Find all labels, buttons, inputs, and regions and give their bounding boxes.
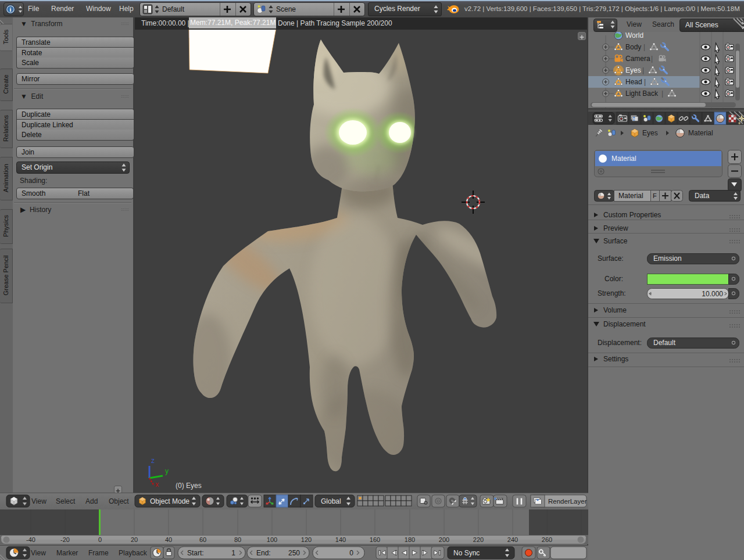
svg-text:Marker: Marker bbox=[56, 549, 78, 557]
svg-text:Grease Pencil: Grease Pencil bbox=[2, 255, 9, 295]
svg-text:100: 100 bbox=[267, 536, 277, 543]
svg-text:Surface:: Surface: bbox=[598, 254, 624, 263]
svg-text:Object Mode: Object Mode bbox=[150, 497, 189, 505]
svg-text:160: 160 bbox=[370, 536, 380, 543]
svg-text:Color:: Color: bbox=[604, 275, 623, 283]
svg-text:Material: Material bbox=[611, 155, 636, 163]
svg-text:Material: Material bbox=[618, 192, 643, 200]
svg-text:|: | bbox=[661, 89, 663, 98]
svg-text:Strength:: Strength: bbox=[598, 289, 626, 297]
svg-text:Animation: Animation bbox=[2, 164, 9, 192]
svg-text:z: z bbox=[151, 457, 155, 465]
svg-text:End:: End: bbox=[256, 549, 271, 557]
svg-text:Camera: Camera bbox=[625, 55, 650, 63]
svg-text:Relations: Relations bbox=[2, 115, 9, 142]
svg-text:Create: Create bbox=[2, 74, 9, 94]
svg-text:|: | bbox=[642, 66, 644, 74]
svg-text:Tools: Tools bbox=[2, 29, 9, 44]
svg-text:200: 200 bbox=[439, 536, 449, 543]
svg-text:Eyes: Eyes bbox=[625, 66, 641, 74]
svg-text:Start:: Start: bbox=[187, 549, 204, 557]
svg-text:Light Back: Light Back bbox=[625, 89, 659, 98]
svg-text:View: View bbox=[31, 549, 46, 557]
svg-text:1: 1 bbox=[231, 549, 235, 557]
svg-text:x: x bbox=[155, 480, 159, 489]
svg-text:240: 240 bbox=[507, 536, 518, 543]
svg-text:Displacement:: Displacement: bbox=[598, 339, 642, 347]
svg-text:Surface: Surface bbox=[603, 237, 628, 245]
svg-text:60: 60 bbox=[199, 536, 206, 543]
svg-text:10.000: 10.000 bbox=[702, 290, 723, 298]
svg-text:180: 180 bbox=[405, 536, 415, 543]
svg-text:Preview: Preview bbox=[603, 224, 628, 232]
svg-text:260: 260 bbox=[542, 536, 552, 543]
svg-text:-40: -40 bbox=[26, 536, 35, 543]
svg-text:Custom Properties: Custom Properties bbox=[603, 211, 661, 219]
svg-text:Settings: Settings bbox=[603, 355, 628, 363]
svg-text:World: World bbox=[625, 32, 643, 40]
svg-text:|: | bbox=[651, 55, 653, 63]
svg-text:Object: Object bbox=[109, 497, 129, 505]
svg-text:40: 40 bbox=[165, 536, 172, 543]
svg-text:Volume: Volume bbox=[603, 306, 627, 314]
svg-text:20: 20 bbox=[131, 536, 138, 543]
svg-text:Body: Body bbox=[625, 43, 641, 51]
svg-text:y: y bbox=[165, 467, 169, 475]
svg-text:F: F bbox=[653, 192, 657, 199]
svg-text:250: 250 bbox=[288, 549, 300, 557]
svg-text:Material: Material bbox=[688, 129, 713, 137]
svg-text:Default: Default bbox=[653, 339, 676, 347]
svg-text:-20: -20 bbox=[60, 536, 70, 543]
svg-text:120: 120 bbox=[301, 536, 312, 543]
svg-text:220: 220 bbox=[473, 536, 484, 543]
svg-text:Frame: Frame bbox=[88, 549, 109, 557]
svg-text:Global: Global bbox=[321, 497, 341, 505]
svg-text:Playback: Playback bbox=[119, 549, 148, 557]
svg-text:Data: Data bbox=[695, 192, 710, 200]
svg-text:Eyes: Eyes bbox=[642, 129, 658, 137]
svg-text:80: 80 bbox=[234, 536, 241, 543]
svg-text:0: 0 bbox=[349, 549, 353, 557]
svg-text:No Sync: No Sync bbox=[453, 549, 480, 557]
svg-text:i: i bbox=[10, 6, 12, 13]
svg-text:View: View bbox=[31, 497, 46, 505]
svg-text:Displacement: Displacement bbox=[603, 320, 646, 328]
svg-text:Physics: Physics bbox=[2, 215, 9, 237]
svg-text:|: | bbox=[643, 43, 645, 51]
svg-text:(0) Eyes: (0) Eyes bbox=[176, 482, 202, 490]
svg-text:RenderLayer: RenderLayer bbox=[548, 498, 587, 505]
svg-text:140: 140 bbox=[335, 536, 346, 543]
svg-text:Select: Select bbox=[56, 497, 76, 505]
svg-text:0: 0 bbox=[98, 536, 102, 543]
svg-text:|: | bbox=[644, 78, 646, 86]
svg-text:Emission: Emission bbox=[653, 254, 682, 263]
svg-text:Head: Head bbox=[625, 78, 642, 86]
svg-text:Add: Add bbox=[85, 497, 98, 505]
